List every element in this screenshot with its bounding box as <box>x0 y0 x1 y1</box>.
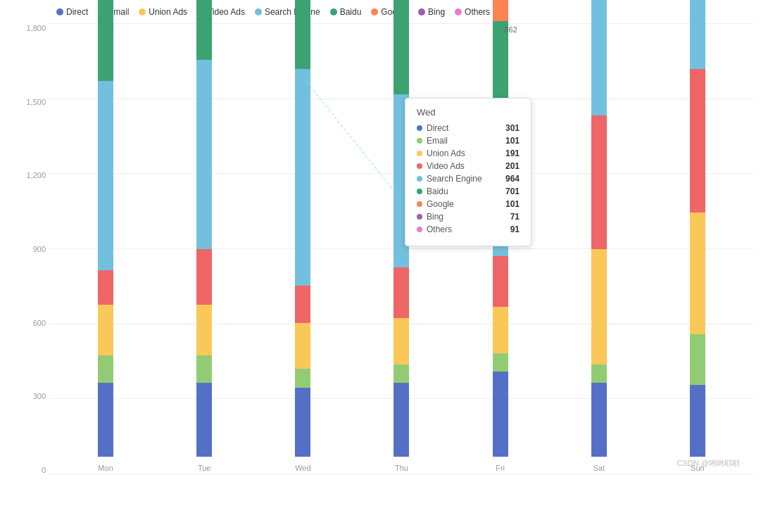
day-label: Thu <box>395 464 408 472</box>
tooltip-series-value: 701 <box>505 186 520 196</box>
legend-dot <box>56 8 63 15</box>
legend-dot <box>330 8 337 15</box>
day-label: Mon <box>98 464 113 472</box>
tooltip-row: Others 91 <box>417 224 520 234</box>
watermark: CSDN @哟哟耶耶 <box>677 458 740 469</box>
bar-segment-direct <box>690 385 705 457</box>
tooltip-row: Search Engine 964 <box>417 174 520 184</box>
day-label: Tue <box>198 464 211 472</box>
bar-segment-direct <box>98 383 113 457</box>
day-group-wed: Wed <box>295 0 310 457</box>
bar-segment-union-ads <box>690 213 705 335</box>
tooltip-item-label: Email <box>417 136 448 146</box>
tooltip-dot <box>417 125 422 131</box>
bar-segment-search-engine <box>98 81 113 270</box>
tooltip-series-name: Direct <box>427 123 448 133</box>
day-label: Fri <box>496 464 505 472</box>
tooltip-dot <box>417 163 422 169</box>
bar-segment-search-engine <box>295 69 310 286</box>
bar-segment-union-ads <box>591 249 607 365</box>
legend-label: Baidu <box>340 7 362 17</box>
bar-segment-video-ads <box>196 249 212 305</box>
bar-segment-search-engine <box>690 0 705 69</box>
tooltip-item-label: Baidu <box>417 186 448 196</box>
tooltip-series-name: Search Engine <box>427 174 482 184</box>
tooltip-row: Baidu 701 <box>417 186 520 196</box>
bar-segment-email <box>394 365 409 383</box>
day-group-sun: Sun <box>690 0 705 457</box>
tooltip-row: Video Ads 201 <box>417 161 520 171</box>
bar-segment-video-ads <box>394 267 409 318</box>
bar-segment-baidu <box>394 0 409 94</box>
tooltip-dot <box>417 214 422 220</box>
bar-stack-tue[interactable] <box>196 0 212 457</box>
tooltip-series-value: 191 <box>505 148 520 158</box>
bar-segment-email <box>196 355 212 383</box>
legend-dot <box>455 8 462 15</box>
bar-segment-direct <box>196 383 212 457</box>
tooltip-item-label: Direct <box>417 123 448 133</box>
bar-segment-search-engine <box>591 0 607 115</box>
bar-segment-baidu <box>196 0 212 60</box>
legend-item-bing: Bing <box>418 7 445 17</box>
bar-segment-union-ads <box>98 305 113 355</box>
legend-label: Union Ads <box>149 7 187 17</box>
tooltip-row: Union Ads 191 <box>417 148 520 158</box>
tooltip-series-value: 101 <box>505 136 520 146</box>
bar-segment-video-ads <box>591 115 607 249</box>
tooltip: Wed Direct 301 Email 101 Union Ads 191 V… <box>405 98 531 246</box>
bar-segment-video-ads <box>98 270 113 305</box>
bar-segment-direct <box>493 372 508 457</box>
day-label: Wed <box>295 464 310 472</box>
tooltip-item-label: Bing <box>417 212 443 222</box>
bar-stack-wed[interactable] <box>295 0 310 457</box>
bar-stack-sun[interactable] <box>690 0 705 457</box>
tooltip-dot <box>417 151 422 156</box>
tooltip-series-value: 964 <box>505 174 520 184</box>
tooltip-dot <box>417 176 422 182</box>
y-axis-label: 300 <box>11 392 46 400</box>
tooltip-series-name: Others <box>427 224 452 234</box>
bar-segment-email <box>295 369 310 387</box>
bar-segment-union-ads <box>295 323 310 369</box>
legend-dot <box>139 8 146 15</box>
tooltip-series-value: 91 <box>510 224 520 234</box>
tooltip-row: Direct 301 <box>417 123 520 133</box>
tooltip-item-label: Search Engine <box>417 174 482 184</box>
day-label: Sat <box>593 464 605 472</box>
tooltip-dot <box>417 201 422 207</box>
tooltip-item-label: Video Ads <box>417 161 465 171</box>
legend-dot <box>255 8 262 15</box>
bar-segment-union-ads <box>394 318 409 365</box>
tooltip-series-name: Union Ads <box>427 148 465 158</box>
bar-stack-mon[interactable] <box>98 0 113 457</box>
y-axis-label: 1,800 <box>11 24 46 32</box>
tooltip-series-name: Google <box>427 199 454 209</box>
day-group-mon: Mon <box>98 0 113 457</box>
tooltip-dot <box>417 138 422 144</box>
bar-segment-email <box>591 365 607 383</box>
legend-label: Others <box>465 7 490 17</box>
bar-segment-email <box>98 355 113 383</box>
y-axis-label: 900 <box>11 245 46 253</box>
tooltip-series-name: Email <box>427 136 448 146</box>
legend-label: Video Ads <box>207 7 245 17</box>
tooltip-row: Email 101 <box>417 136 520 146</box>
y-axis-label: 0 <box>11 466 46 474</box>
tooltip-series-name: Baidu <box>427 186 448 196</box>
tooltip-dot <box>417 189 422 194</box>
peak-label: 862 <box>504 25 517 34</box>
y-axis-label: 1,200 <box>11 171 46 179</box>
legend-item-union-ads: Union Ads <box>139 7 187 17</box>
bar-segment-video-ads <box>295 286 310 322</box>
bar-segment-direct <box>591 383 607 457</box>
tooltip-series-value: 301 <box>505 123 520 133</box>
bar-stack-sat[interactable] <box>591 0 607 457</box>
tooltip-series-name: Video Ads <box>427 161 465 171</box>
tooltip-row: Google 101 <box>417 199 520 209</box>
tooltip-title: Wed <box>417 107 520 118</box>
tooltip-series-value: 201 <box>505 161 520 171</box>
chart-container: Direct Email Union Ads Video Ads Search … <box>0 0 768 532</box>
bar-segment-direct <box>394 383 409 457</box>
bar-segment-union-ads <box>196 305 212 355</box>
